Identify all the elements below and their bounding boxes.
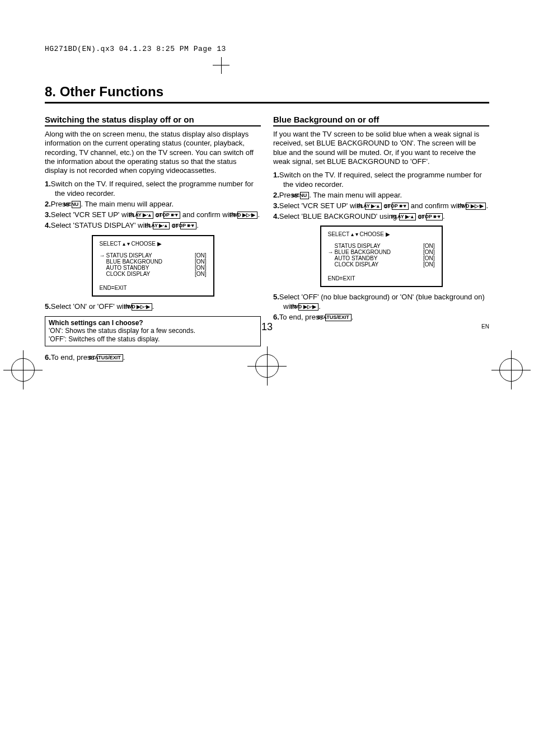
step-5: 5.Select 'ON' or 'OFF' with FWD ▶▷·▶.	[45, 302, 261, 312]
osd-footer: END=EXIT	[321, 272, 442, 281]
osd-row: →BLUE BACKGROUND[ON]	[328, 249, 435, 255]
step-5: 5.Select 'OFF' (no blue background) or '…	[273, 293, 489, 312]
page: HG271BD(EN).qx3 04.1.23 8:25 PM Page 13 …	[0, 0, 534, 400]
right-column: Blue Background on or off If you want th…	[273, 115, 489, 367]
play-button-icon: PLAY ▶·▴	[137, 212, 153, 219]
fwd-button-icon: FWD ▶▷·▶	[132, 303, 152, 311]
left-column: Switching the status display off or on A…	[45, 115, 261, 367]
osd-row: AUTO STANDBY[ON]	[328, 255, 435, 261]
left-step-6: 6.To end, press STATUS/EXIT.	[45, 353, 261, 363]
osd-row: AUTO STANDBY[ON]	[100, 265, 207, 271]
play-button-icon: PLAY ▶·▴	[153, 222, 170, 229]
step-4: 4.Select 'STATUS DISPLAY' with PLAY ▶·▴ …	[45, 221, 261, 231]
step-1: 1.Switch on the TV. If required, select …	[273, 171, 489, 190]
fwd-button-icon: FWD ▶▷·▶	[466, 203, 486, 210]
play-button-icon: PLAY ▶·▴	[399, 213, 416, 220]
step-3: 3.Select 'VCR SET UP' with PLAY ▶·▴ or S…	[45, 210, 261, 220]
stop-button-icon: STOP ■·▾	[426, 213, 443, 220]
osd-footer: END=EXIT	[93, 281, 213, 291]
step-6: 6.To end, press STATUS/EXIT.	[273, 313, 489, 322]
info-on: 'ON': Shows the status display for a few…	[49, 327, 257, 335]
step-4: 4.Select 'BLUE BACKGROUND' using PLAY ▶·…	[273, 212, 489, 222]
osd-row: CLOCK DISPLAY[ON]	[328, 261, 435, 267]
menu-button-icon: MENU	[72, 201, 81, 208]
step-2: 2.Press MENU. The main menu will appear.	[45, 200, 261, 209]
crop-mark-icon	[213, 65, 229, 66]
osd-row: STATUS DISPLAY[ON]	[328, 243, 435, 249]
osd-row: →STATUS DISPLAY[ON]	[100, 252, 207, 259]
registration-mark-icon	[499, 358, 523, 382]
play-button-icon: PLAY ▶·▴	[365, 203, 382, 210]
osd-body: →STATUS DISPLAY[ON] BLUE BACKGROUND[ON] …	[93, 250, 213, 281]
osd-header: SELECT ▴ ▾ CHOOSE ▶	[93, 241, 213, 250]
step-1: 1.Switch on the TV. If required, select …	[45, 180, 261, 199]
right-step-5-6: 5.Select 'OFF' (no blue background) or '…	[273, 293, 489, 322]
osd-row: BLUE BACKGROUND[ON]	[100, 259, 207, 265]
fwd-button-icon: FWD ▶▷·▶	[298, 303, 319, 311]
right-section-title: Blue Background on or off	[273, 115, 489, 126]
info-box: Which settings can I choose? 'ON': Shows…	[45, 316, 261, 346]
osd-body: STATUS DISPLAY[ON] →BLUE BACKGROUND[ON] …	[321, 241, 442, 272]
registration-mark-icon	[255, 354, 279, 378]
left-osd-box: SELECT ▴ ▾ CHOOSE ▶ →STATUS DISPLAY[ON] …	[92, 235, 214, 297]
step-3: 3.Select 'VCR SET UP' with PLAY ▶·▴ or S…	[273, 201, 489, 211]
language-code: EN	[481, 323, 489, 330]
left-step-5: 5.Select 'ON' or 'OFF' with FWD ▶▷·▶.	[45, 302, 261, 312]
step-6: 6.To end, press STATUS/EXIT.	[45, 353, 261, 363]
chapter-rule	[45, 102, 489, 104]
fwd-button-icon: FWD ▶▷·▶	[237, 212, 258, 219]
right-steps: 1.Switch on the TV. If required, select …	[273, 171, 489, 221]
osd-row: CLOCK DISPLAY[ON]	[100, 271, 207, 277]
registration-mark-icon	[11, 358, 35, 382]
stop-button-icon: STOP ■·▾	[392, 203, 409, 210]
right-osd-box: SELECT ▴ ▾ CHOOSE ▶ STATUS DISPLAY[ON] →…	[320, 226, 443, 287]
osd-header: SELECT ▴ ▾ CHOOSE ▶	[321, 231, 442, 241]
info-title: Which settings can I choose?	[49, 319, 257, 327]
left-intro: Along with the on screen menu, the statu…	[45, 130, 261, 175]
stop-button-icon: STOP ■·▾	[163, 212, 180, 219]
print-header: HG271BD(EN).qx3 04.1.23 8:25 PM Page 13	[45, 45, 226, 53]
status-exit-button-icon: STATUS/EXIT	[325, 314, 352, 321]
step-2: 2.Press MENU. The main menu will appear.	[273, 191, 489, 200]
status-exit-button-icon: STATUS/EXIT	[97, 354, 123, 361]
right-intro: If you want the TV screen to be solid bl…	[273, 130, 489, 166]
left-steps: 1.Switch on the TV. If required, select …	[45, 180, 261, 230]
chapter-title: 8. Other Functions	[45, 84, 489, 100]
stop-button-icon: STOP ■·▾	[180, 222, 197, 229]
page-number: 13	[261, 321, 273, 333]
menu-button-icon: MENU	[300, 192, 310, 199]
info-off: 'OFF': Switches off the status display.	[49, 335, 257, 344]
left-section-title: Switching the status display off or on	[45, 115, 261, 126]
